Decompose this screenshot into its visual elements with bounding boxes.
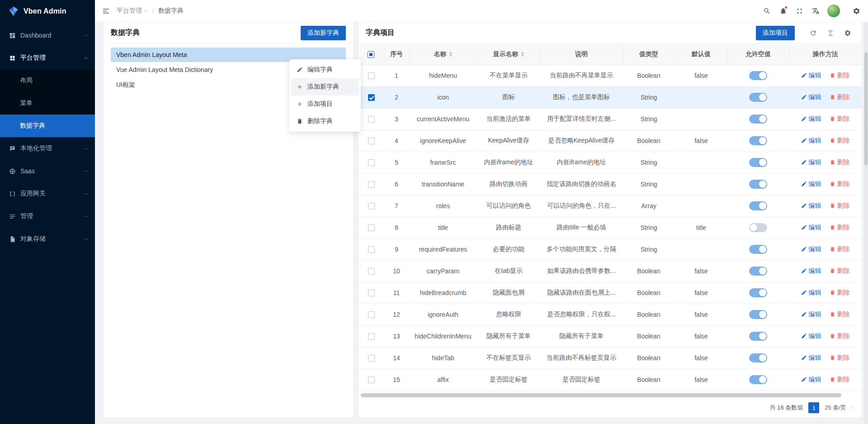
delete-row-button[interactable]: 删除 [830, 180, 850, 188]
row-checkbox-cell[interactable] [359, 347, 384, 369]
select-all-checkbox[interactable] [368, 51, 374, 58]
sidebar-item-management[interactable]: 管理 [0, 205, 95, 228]
vertical-scrollbar-thumb[interactable] [864, 52, 868, 165]
fullscreen-button[interactable] [791, 0, 807, 22]
edit-row-button[interactable]: 编辑 [801, 158, 821, 167]
sidebar-subitem-menu[interactable]: 菜单 [0, 92, 95, 114]
sidebar-item-object-storage[interactable]: 对象存储 [0, 228, 95, 250]
allow-null-toggle[interactable] [749, 223, 767, 232]
row-checkbox-cell[interactable] [359, 195, 384, 217]
notifications-button[interactable] [775, 0, 791, 22]
locale-button[interactable] [807, 0, 824, 22]
allow-null-toggle[interactable] [749, 310, 767, 319]
row-checkbox[interactable] [368, 116, 375, 123]
row-checkbox[interactable] [368, 138, 375, 144]
allow-null-toggle[interactable] [749, 93, 767, 102]
row-checkbox[interactable] [368, 268, 375, 275]
context-menu-item-add-new-dictionary[interactable]: 添加新字典 [291, 78, 359, 95]
sort-control[interactable] [521, 52, 524, 57]
row-checkbox[interactable] [368, 290, 375, 296]
edit-row-button[interactable]: 编辑 [801, 310, 821, 319]
row-checkbox[interactable] [368, 181, 375, 188]
edit-row-button[interactable]: 编辑 [801, 115, 821, 123]
sidebar-item-saas[interactable]: Saas [0, 160, 95, 182]
sort-desc-icon[interactable] [449, 55, 453, 57]
context-menu-item-delete-dictionary[interactable]: 删除字典 [291, 113, 359, 130]
row-checkbox[interactable] [368, 94, 375, 101]
sidebar-item-dashboard[interactable]: Dashboard [0, 24, 95, 47]
delete-row-button[interactable]: 删除 [830, 93, 850, 101]
row-height-button[interactable] [824, 26, 837, 40]
delete-row-button[interactable]: 删除 [830, 289, 850, 297]
sort-desc-icon[interactable] [521, 55, 524, 57]
vertical-scrollbar[interactable] [864, 23, 868, 424]
app-logo[interactable]: Vben Admin [0, 0, 95, 22]
edit-row-button[interactable]: 编辑 [801, 332, 821, 340]
delete-row-button[interactable]: 删除 [830, 245, 850, 253]
context-menu-item-edit-dictionary[interactable]: 编辑字典 [291, 61, 359, 78]
edit-row-button[interactable]: 编辑 [801, 267, 821, 275]
row-checkbox-cell[interactable] [359, 152, 384, 173]
edit-row-button[interactable]: 编辑 [801, 137, 821, 145]
row-checkbox-cell[interactable] [359, 130, 384, 152]
sidebar-item-gateway[interactable]: 应用网关 [0, 182, 95, 205]
sort-asc-icon[interactable] [449, 52, 453, 54]
delete-row-button[interactable]: 删除 [830, 115, 850, 123]
allow-null-toggle[interactable] [749, 114, 767, 124]
row-checkbox-cell[interactable] [359, 369, 384, 391]
row-checkbox[interactable] [368, 355, 375, 362]
row-checkbox[interactable] [368, 311, 375, 318]
delete-row-button[interactable]: 删除 [830, 332, 850, 340]
delete-row-button[interactable]: 删除 [830, 267, 850, 275]
sort-control[interactable] [449, 52, 453, 57]
refresh-button[interactable] [807, 26, 820, 40]
delete-row-button[interactable]: 删除 [830, 71, 850, 80]
add-item-button[interactable]: 添加项目 [756, 26, 795, 40]
allow-null-toggle[interactable] [749, 353, 767, 362]
row-checkbox[interactable] [368, 376, 375, 383]
delete-row-button[interactable]: 删除 [830, 376, 850, 384]
search-button[interactable] [759, 0, 775, 22]
page-size-select[interactable]: 25 条/页 [825, 404, 854, 412]
allow-null-toggle[interactable] [749, 332, 767, 341]
row-checkbox-cell[interactable] [359, 86, 384, 108]
row-checkbox-cell[interactable] [359, 282, 384, 304]
row-checkbox-cell[interactable] [359, 65, 384, 86]
sort-asc-icon[interactable] [521, 52, 524, 54]
delete-row-button[interactable]: 删除 [830, 158, 850, 167]
row-checkbox-cell[interactable] [359, 325, 384, 347]
breadcrumb-item[interactable]: 数据字典 [158, 7, 184, 15]
edit-row-button[interactable]: 编辑 [801, 354, 821, 362]
edit-row-button[interactable]: 编辑 [801, 289, 821, 297]
sidebar-subitem-data-dictionary[interactable]: 数据字典 [0, 114, 95, 137]
allow-null-toggle[interactable] [749, 288, 767, 297]
user-avatar[interactable] [827, 5, 840, 17]
delete-row-button[interactable]: 删除 [830, 354, 850, 362]
column-settings-button[interactable] [841, 26, 854, 40]
row-checkbox-cell[interactable] [359, 238, 384, 260]
allow-null-toggle[interactable] [749, 267, 767, 276]
row-checkbox-cell[interactable] [359, 304, 384, 325]
row-checkbox[interactable] [368, 224, 375, 231]
delete-row-button[interactable]: 删除 [830, 137, 850, 145]
allow-null-toggle[interactable] [749, 180, 767, 189]
allow-null-toggle[interactable] [749, 375, 767, 384]
allow-null-toggle[interactable] [749, 71, 767, 80]
row-checkbox[interactable] [368, 72, 375, 79]
edit-row-button[interactable]: 编辑 [801, 93, 821, 101]
row-checkbox-cell[interactable] [359, 173, 384, 195]
allow-null-toggle[interactable] [749, 136, 767, 145]
row-checkbox-cell[interactable] [359, 108, 384, 130]
horizontal-scrollbar-thumb[interactable] [361, 393, 841, 397]
edit-row-button[interactable]: 编辑 [801, 71, 821, 80]
sidebar-item-platform[interactable]: 平台管理 [0, 47, 95, 69]
delete-row-button[interactable]: 删除 [830, 202, 850, 210]
row-checkbox[interactable] [368, 203, 375, 210]
row-checkbox[interactable] [368, 333, 375, 340]
sidebar-subitem-layout[interactable]: 布局 [0, 69, 95, 92]
edit-row-button[interactable]: 编辑 [801, 224, 821, 232]
allow-null-toggle[interactable] [749, 201, 767, 210]
row-checkbox[interactable] [368, 159, 375, 166]
row-checkbox-cell[interactable] [359, 217, 384, 238]
edit-row-button[interactable]: 编辑 [801, 202, 821, 210]
